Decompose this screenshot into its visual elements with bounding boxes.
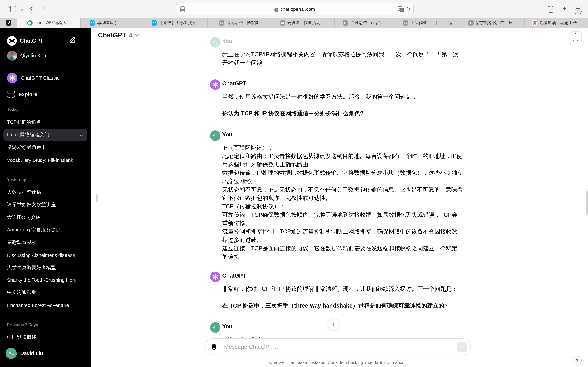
cnblogs-favicon-icon: C	[219, 20, 224, 25]
safari-sidebar-toggle-icon[interactable]	[8, 6, 16, 12]
tab-strip: Linux 网络编程入门 哔哩哔哩 (゜-゜)つ... 【原神】图形对抗实...…	[0, 18, 588, 28]
share-icon	[548, 6, 553, 13]
account-avatar: AL	[6, 348, 17, 359]
sidebar-chevron-down-icon[interactable]	[19, 7, 24, 11]
tab-cnblogs-admin[interactable]: C 博客后台 - 博客园	[208, 18, 271, 28]
back-button[interactable]: ‹	[30, 3, 33, 12]
user-avatar: AL	[210, 322, 221, 333]
sidebar-chat-item[interactable]: 中文沟通帮助	[3, 287, 87, 299]
section-label-yesterday: Yesterday	[7, 178, 26, 182]
colorful-x-favicon-icon	[532, 20, 537, 25]
reload-icon[interactable]: ↻	[406, 6, 411, 12]
sidebar-chat-item[interactable]: TCP和IP的角色	[3, 117, 87, 128]
tab-overview-icon	[577, 7, 582, 12]
cnblogs-favicon-icon: C	[403, 20, 408, 25]
sidebar-chat-item-active[interactable]: Linux 网络编程入门 •••	[3, 129, 87, 141]
sidebar-chat-item[interactable]: 大连IT公司介绍	[3, 211, 87, 223]
pinned-tab[interactable]	[0, 18, 17, 28]
upload-icon	[573, 35, 578, 41]
chatgpt-avatar-icon	[210, 79, 221, 90]
chatgpt-sidebar: ChatGPT Qiyulin Keai ChatGPT Classic Exp…	[0, 28, 91, 367]
new-tab-button[interactable]: +	[560, 4, 569, 13]
sidebar-chat-item[interactable]: 大学生桌游爱好者模型	[3, 262, 87, 274]
sidebar-chat-item[interactable]: Amara.org 字幕服务提供	[3, 224, 87, 236]
chatgpt-logo-icon	[7, 36, 17, 46]
tab-chatgpt[interactable]: Linux 网络编程入门	[17, 18, 81, 28]
translate-icon[interactable]: A	[398, 6, 402, 11]
message-input[interactable]	[224, 339, 448, 355]
sidebar-item-custom-gpt[interactable]: Qiyulin Keai	[0, 50, 91, 61]
new-chat-icon[interactable]	[69, 36, 76, 44]
user-avatar: AL	[210, 37, 221, 48]
cnblogs-favicon-icon: C	[468, 20, 474, 25]
cnblogs-favicon-icon: C	[343, 20, 348, 25]
model-title: ChatGPT	[98, 32, 127, 39]
tab-overview-button[interactable]	[574, 4, 583, 13]
chat-main: ChatGPT4 AL You 我正在学习TCP/IP网络编程相关内容，请你以苏…	[91, 28, 588, 367]
attach-file-icon[interactable]	[210, 343, 218, 351]
share-button[interactable]	[546, 4, 555, 13]
section-label-previous-7-days: Previous 7 Days	[7, 323, 38, 327]
model-switcher[interactable]: ChatGPT4	[98, 32, 138, 39]
tab-gaokao[interactable]: 高考加油｜动态手绘...	[525, 18, 588, 28]
sidebar-item-new-chat[interactable]: ChatGPT	[0, 35, 91, 47]
tab-team-assignment[interactable]: C 团队作业（二）——需...	[398, 18, 461, 28]
browser-toolbar: ‹ › chat.openai.com A ↻ +	[0, 0, 588, 18]
brand-name: ChatGPT	[20, 38, 43, 44]
chatgpt-avatar-icon	[210, 272, 221, 282]
help-button[interactable]: ?	[572, 356, 582, 366]
message-composer[interactable]: ↑	[204, 338, 471, 355]
bilibili-favicon-icon	[89, 20, 95, 25]
message-author: ChatGPT	[222, 272, 463, 280]
tab-genshin[interactable]: 【原神】图形对抗实...	[144, 18, 208, 28]
sidebar-chat-item[interactable]: 大数据利弊评估	[3, 186, 87, 198]
sidebar-chat-item[interactable]: Sharky the Tooth-Brushing Hero	[3, 274, 87, 286]
chatgpt-favicon-icon	[27, 20, 32, 25]
screen: ‹ › chat.openai.com A ↻ + Linux 网络编程入门 哔…	[0, 0, 588, 367]
sidebar-chat-item[interactable]: Discussing Alzheimer's disease.	[3, 249, 87, 261]
scroll-to-bottom-button[interactable]: ↓	[328, 318, 339, 330]
share-conversation-button[interactable]	[569, 32, 582, 44]
sidebar-chat-item[interactable]: 请示举办妇女权益讲座	[3, 199, 87, 211]
model-version: 4	[129, 32, 133, 39]
mosoteach-favicon-icon: M	[280, 20, 285, 25]
sidebar-item-chatgpt-classic[interactable]: ChatGPT Classic	[0, 73, 91, 83]
message-user: AL You IP（互联网协议）： 地址定位和路由：IP负责将数据包从源点发送到…	[210, 130, 466, 261]
message-assistant: ChatGPT 当然，使用苏格拉提问法是一种很好的学习方法。那么，我的第一个问题…	[210, 79, 466, 117]
sidebar-chat-item[interactable]: 中国银联概述	[3, 331, 87, 343]
pinned-tab-favicon-icon	[6, 20, 11, 25]
account-button[interactable]: AL David Liu	[3, 346, 88, 361]
secondary-scrollbar-thumb[interactable]	[96, 194, 98, 202]
sidebar-item-explore[interactable]: Explore	[0, 90, 91, 99]
tab-mosoteach[interactable]: M 云班课 - 作业活动-...	[271, 18, 334, 28]
chat-options-icon[interactable]: •••	[78, 133, 83, 137]
message-user: AL You 我正在学习TCP/IP网络编程相关内容，请你以苏格拉提问法问我，一…	[210, 37, 466, 67]
tab-sprint-summary[interactable]: C 冲刺总结（day7）-...	[334, 18, 398, 28]
send-button[interactable]: ↑	[457, 342, 467, 352]
custom-gpt-avatar	[7, 50, 17, 61]
message-author: ChatGPT	[222, 79, 463, 88]
explore-grid-icon	[7, 90, 15, 99]
disclaimer-text: ChatGPT can make mistakes. Consider chec…	[204, 360, 471, 365]
message-author: You	[222, 322, 463, 331]
main-scrollbar-thumb[interactable]	[586, 191, 588, 215]
url-bar[interactable]: chat.openai.com A ↻	[176, 3, 414, 15]
sidebar-chat-item[interactable]: Enchanted Forest Adventure	[3, 299, 87, 311]
sidebar-chat-item[interactable]: 感谢观看视频	[3, 237, 87, 249]
user-avatar: AL	[210, 130, 221, 141]
section-label-today: Today	[7, 107, 18, 111]
chevron-down-icon	[135, 33, 139, 37]
sidebar-chat-item[interactable]: Vocabulary Study: Fill-in Blank	[3, 154, 87, 166]
forward-button[interactable]: ›	[43, 3, 46, 12]
tab-bilibili[interactable]: 哔哩哔哩 (゜-゜)つ...	[81, 18, 144, 28]
lock-icon	[274, 8, 278, 12]
text-caret	[223, 343, 223, 351]
chatgpt-classic-logo-icon	[7, 73, 17, 83]
message-author: You	[222, 130, 463, 139]
message-assistant: ChatGPT 非常好，你对 TCP 和 IP 协议的理解非常清晰。现在，让我们…	[210, 272, 466, 310]
bilibili-favicon-icon	[152, 20, 157, 25]
sidebar-chat-item[interactable]: 桌游爱好者角色卡	[3, 142, 87, 153]
tab-requirements-spec[interactable]: C 需求规格说明书 - 50...	[461, 18, 525, 28]
message-author: You	[222, 37, 463, 45]
url-text[interactable]: chat.openai.com	[280, 7, 315, 12]
